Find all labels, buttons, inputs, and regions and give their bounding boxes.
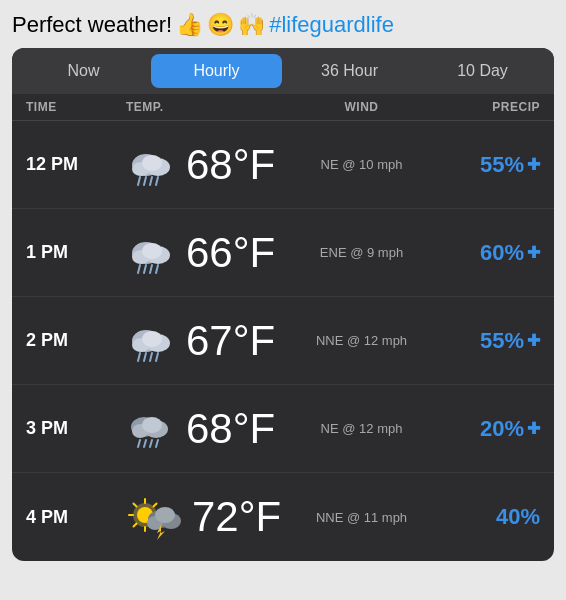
- time-value: 2 PM: [26, 330, 126, 351]
- wind-value: NE @ 12 mph: [283, 421, 440, 436]
- temp-cell: 68°F: [126, 141, 283, 189]
- svg-point-45: [155, 507, 175, 523]
- temp-value: 66°F: [186, 229, 275, 277]
- temp-cell: 67°F: [126, 317, 283, 365]
- tab-hourly[interactable]: Hourly: [151, 54, 282, 88]
- svg-line-15: [156, 265, 158, 273]
- tab-10day[interactable]: 10 Day: [417, 54, 548, 88]
- wind-value: NNE @ 12 mph: [283, 333, 440, 348]
- emoji-smile: 😄: [207, 12, 234, 38]
- hashtag: #lifeguardlife: [269, 12, 394, 38]
- temp-value: 72°F: [192, 493, 281, 541]
- temp-cell: 68°F: [126, 405, 283, 453]
- temp-cell: 72°F: [126, 493, 283, 541]
- temp-value: 68°F: [186, 405, 275, 453]
- weather-row: 4 PM: [12, 473, 554, 561]
- tab-36hour[interactable]: 36 Hour: [284, 54, 415, 88]
- rain-cloud-icon: [126, 319, 178, 363]
- precip-value: 60%: [480, 240, 524, 266]
- col-time: TIME: [26, 100, 126, 114]
- temp-value: 67°F: [186, 317, 275, 365]
- svg-point-11: [142, 243, 162, 259]
- wind-value: NNE @ 11 mph: [283, 510, 440, 525]
- svg-point-19: [142, 331, 162, 347]
- precip-plus: ✚: [527, 155, 540, 174]
- precip-value: 55%: [480, 152, 524, 178]
- rain-cloud-icon: [126, 231, 178, 275]
- wind-value: ENE @ 9 mph: [283, 245, 440, 260]
- weather-row: 3 PM 68°F NE @ 12 mph 20% ✚: [12, 385, 554, 473]
- time-value: 4 PM: [26, 507, 126, 528]
- weather-card: Now Hourly 36 Hour 10 Day TIME TEMP. WIN…: [12, 48, 554, 561]
- time-value: 3 PM: [26, 418, 126, 439]
- tab-bar: Now Hourly 36 Hour 10 Day: [12, 48, 554, 94]
- precip-cell: 20% ✚: [440, 416, 540, 442]
- svg-line-12: [138, 265, 140, 273]
- col-wind: WIND: [283, 100, 440, 114]
- precip-value: 20%: [480, 416, 524, 442]
- svg-line-5: [144, 177, 146, 185]
- weather-row: 1 PM 66°F ENE @ 9 mph 60% ✚: [12, 209, 554, 297]
- svg-point-27: [142, 417, 162, 433]
- precip-plus: ✚: [527, 419, 540, 438]
- precip-cell: 40%: [440, 504, 540, 530]
- time-value: 12 PM: [26, 154, 126, 175]
- svg-line-20: [138, 353, 140, 361]
- weather-row: 2 PM 67°F NNE @ 12 mph 55% ✚: [12, 297, 554, 385]
- emoji-hands: 🙌: [238, 12, 265, 38]
- precip-plus: ✚: [527, 243, 540, 262]
- rain-cloud-icon: [126, 143, 178, 187]
- sun-storm-icon: [126, 493, 184, 541]
- wind-value: NE @ 10 mph: [283, 157, 440, 172]
- column-headers: TIME TEMP. WIND PRECIP: [12, 94, 554, 121]
- svg-point-3: [142, 155, 162, 171]
- time-value: 1 PM: [26, 242, 126, 263]
- svg-line-21: [144, 353, 146, 361]
- col-precip: PRECIP: [440, 100, 540, 114]
- precip-plus: ✚: [527, 331, 540, 350]
- svg-line-23: [156, 353, 158, 361]
- svg-line-6: [150, 177, 152, 185]
- post-header: Perfect weather! 👍 😄 🙌 #lifeguardlife: [12, 12, 554, 38]
- tab-now[interactable]: Now: [18, 54, 149, 88]
- svg-line-41: [134, 524, 137, 527]
- col-temp: TEMP.: [126, 100, 283, 114]
- precip-value: 55%: [480, 328, 524, 354]
- svg-line-30: [150, 440, 152, 447]
- svg-line-22: [150, 353, 152, 361]
- svg-line-38: [134, 504, 137, 507]
- temp-cell: 66°F: [126, 229, 283, 277]
- svg-line-7: [156, 177, 158, 185]
- post-text: Perfect weather!: [12, 12, 172, 38]
- emoji-thumbs: 👍: [176, 12, 203, 38]
- svg-line-28: [138, 440, 140, 447]
- svg-line-14: [150, 265, 152, 273]
- svg-line-31: [156, 440, 158, 447]
- svg-line-13: [144, 265, 146, 273]
- weather-row: 12 PM 68°F NE @ 10 mph 55% ✚: [12, 121, 554, 209]
- svg-line-29: [144, 440, 146, 447]
- storm-cloud-icon: [126, 407, 178, 451]
- svg-line-4: [138, 177, 140, 185]
- precip-cell: 55% ✚: [440, 328, 540, 354]
- svg-line-40: [154, 504, 157, 507]
- temp-value: 68°F: [186, 141, 275, 189]
- precip-cell: 55% ✚: [440, 152, 540, 178]
- precip-cell: 60% ✚: [440, 240, 540, 266]
- precip-value: 40%: [496, 504, 540, 530]
